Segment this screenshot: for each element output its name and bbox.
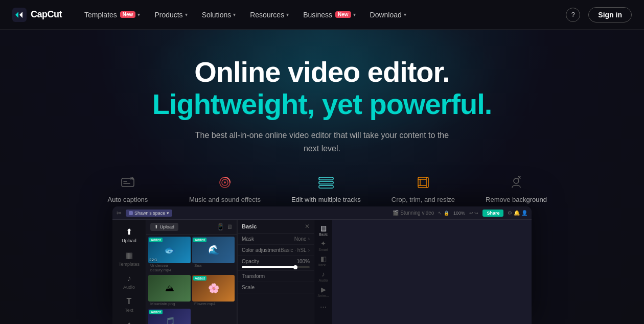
strip-icon-basic[interactable]: ▤ Basic <box>316 223 331 237</box>
svg-rect-5 <box>319 177 333 180</box>
sidebar-item-upload[interactable]: ⬆ Upload <box>115 224 144 246</box>
phone-icon: 📱 <box>217 223 224 230</box>
media-grid: 🐟 Added 22:1 Undersea beauty.mp4 🌊 Added… <box>146 235 237 324</box>
sidebar-item-templates[interactable]: ▦ Templates <box>115 247 144 270</box>
media-thumb-1[interactable]: 🌊 Added <box>192 237 235 263</box>
sidebar-item-audio[interactable]: ♪ Audio <box>115 271 144 293</box>
nav-item-solutions[interactable]: Solutions ▾ <box>196 8 242 22</box>
nav-right: ? Sign in <box>566 7 632 22</box>
media-item-3: 🌸 Added Flower.mp4 <box>192 275 235 307</box>
nav-item-business[interactable]: Business New ▾ <box>297 8 361 22</box>
feature-remove-bg[interactable]: Remove background <box>486 173 547 203</box>
media-thumb-3[interactable]: 🌸 Added <box>192 275 235 302</box>
media-thumb-0[interactable]: 🐟 Added 22:1 <box>148 237 191 263</box>
auto-captions-label: Auto captions <box>108 196 148 203</box>
strip-icon-anim[interactable]: ▶ Anim... <box>316 284 331 298</box>
media-item-2: ⛰ Mountain.png <box>148 275 191 307</box>
media-thumb-4[interactable]: 🎵 Added 22:1 <box>148 309 191 324</box>
added-badge-0: Added <box>149 238 163 242</box>
app-share-button[interactable]: Share <box>482 210 503 217</box>
audio-strip-label: Audio <box>319 279 328 282</box>
music-effects-icon <box>216 173 234 192</box>
chevron-icon-products: ▾ <box>185 12 188 17</box>
chevron-icon-resources: ▾ <box>286 12 289 17</box>
basic-icon: ▤ <box>320 224 327 232</box>
media-item-0: 🐟 Added 22:1 Undersea beauty.mp4 <box>148 237 191 273</box>
sidebar-item-elements[interactable]: ✦ Elements <box>115 317 144 324</box>
color-label: Color adjustment <box>242 247 281 253</box>
audio-icon: ♪ <box>127 274 131 283</box>
panel-close-button[interactable]: ✕ <box>305 223 310 230</box>
upload-label: Upload <box>122 238 136 243</box>
smart-label: Smart <box>318 248 328 251</box>
nav-item-resources[interactable]: Resources ▾ <box>244 8 295 22</box>
opacity-slider[interactable] <box>242 266 310 268</box>
nav-links: Templates New ▾ Products ▾ Solutions ▾ R… <box>78 8 566 22</box>
help-icon: ? <box>571 11 575 18</box>
thumb-bg-mountain: ⛰ <box>148 275 191 302</box>
app-topbar: ✂ Shawn's space ▾ 🎬 Stunning video ↖ 🔒 1… <box>112 206 532 220</box>
sidebar-item-text[interactable]: T Text <box>115 294 144 316</box>
added-badge-3: Added <box>193 276 206 281</box>
chevron-icon-templates: ▾ <box>137 12 140 17</box>
panel-title: Basic <box>242 223 257 229</box>
more-icon: ⋯ <box>320 303 327 311</box>
strip-icon-audio[interactable]: ♪ Audio <box>316 269 331 283</box>
app-icon-strip: ▤ Basic ✦ Smart ◧ Back... ♪ Audio ▶ An <box>314 220 332 324</box>
capcut-logo-icon <box>12 8 27 22</box>
crop-trim-icon <box>414 173 432 192</box>
app-project-badge[interactable]: Shawn's space ▾ <box>126 210 172 217</box>
nav-item-download[interactable]: Download ▾ <box>364 8 412 22</box>
app-media-panel: ⬆ Upload 📱 🖥 🐟 Added 22:1 Under <box>146 220 237 324</box>
back-icon: ◧ <box>320 255 327 263</box>
text-icon: T <box>127 297 132 306</box>
strip-icon-more[interactable]: ⋯ <box>316 299 331 314</box>
strip-icon-back[interactable]: ◧ Back... <box>316 253 331 268</box>
nav-label-solutions: Solutions <box>202 11 232 19</box>
remove-bg-label: Remove background <box>486 196 547 203</box>
color-chevron: › <box>308 247 310 253</box>
svg-rect-1 <box>122 178 134 187</box>
strip-icon-smart[interactable]: ✦ Smart <box>316 238 331 252</box>
panel-row-color: Color adjustment Basic · hSL › <box>238 245 314 256</box>
svg-rect-9 <box>420 179 426 186</box>
feature-auto-captions[interactable]: Auto captions <box>97 173 158 203</box>
nav-label-templates: Templates <box>84 11 117 19</box>
app-project-chevron: ▾ <box>167 211 169 216</box>
svg-rect-7 <box>319 186 333 188</box>
nav-item-products[interactable]: Products ▾ <box>148 8 193 22</box>
help-button[interactable]: ? <box>566 8 580 22</box>
anim-label: Anim... <box>318 294 329 297</box>
back-label: Back... <box>318 263 329 267</box>
panel-row-mask: Mask None › <box>238 234 314 245</box>
media-item-1: 🌊 Added Sea <box>192 237 235 273</box>
chevron-icon-download: ▾ <box>404 12 406 17</box>
hero-text: Online video editor. Lightweight, yet po… <box>152 30 492 155</box>
basic-label: Basic <box>319 233 328 236</box>
media-name-0: Undersea beauty.mp4 <box>148 263 191 273</box>
app-body: ⬆ Upload ▦ Templates ♪ Audio T Text ✦ <box>112 220 332 324</box>
panel-topbar: Basic ✕ <box>238 220 314 234</box>
multi-track-icon <box>317 173 335 192</box>
upload-media-button[interactable]: ⬆ Upload <box>150 223 178 231</box>
duration-0: 22:1 <box>149 258 157 262</box>
nav-item-templates[interactable]: Templates New ▾ <box>78 8 146 22</box>
svg-point-4 <box>224 181 226 183</box>
media-thumb-2[interactable]: ⛰ <box>148 275 191 302</box>
media-item-4: 🎵 Added 22:1 <box>148 309 191 324</box>
media-name-1: Sea <box>192 263 235 269</box>
app-sidebar: ⬆ Upload ▦ Templates ♪ Audio T Text ✦ <box>112 220 146 324</box>
logo[interactable]: CapCut <box>12 8 62 22</box>
templates-icon: ▦ <box>125 250 133 260</box>
remove-bg-icon <box>507 173 525 192</box>
app-logo-icon: ✂ <box>117 210 122 217</box>
color-value: Basic · hSL › <box>281 247 310 253</box>
feature-music-effects[interactable]: Music and sound effects <box>189 173 261 203</box>
nav-badge-templates: New <box>120 11 136 18</box>
device-icons: 📱 🖥 <box>217 223 233 230</box>
signin-button[interactable]: Sign in <box>588 7 632 22</box>
hero-subtitle: The best all-in-one online video editor … <box>189 129 455 155</box>
slider-thumb <box>293 265 297 269</box>
feature-crop-trim[interactable]: Crop, trim, and resize <box>392 173 455 203</box>
media-topbar: ⬆ Upload 📱 🖥 <box>146 220 237 235</box>
